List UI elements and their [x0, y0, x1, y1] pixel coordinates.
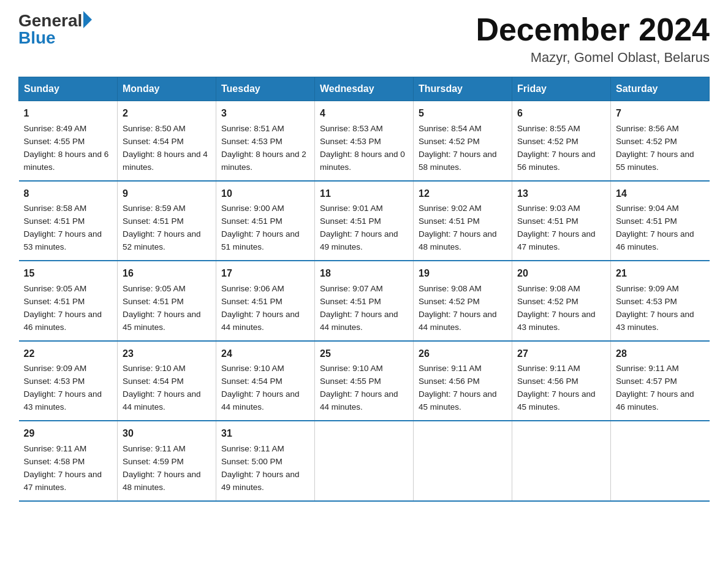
header: General Blue December 2024 Mazyr, Gomel … [18, 12, 710, 66]
header-row: SundayMondayTuesdayWednesdayThursdayFrid… [19, 77, 710, 101]
day-cell: 3Sunrise: 8:51 AMSunset: 4:53 PMDaylight… [216, 101, 315, 181]
day-cell: 1Sunrise: 8:49 AMSunset: 4:55 PMDaylight… [19, 101, 118, 181]
day-number: 25 [320, 347, 408, 362]
day-cell: 30Sunrise: 9:11 AMSunset: 4:59 PMDayligh… [118, 421, 216, 500]
day-cell: 8Sunrise: 8:58 AMSunset: 4:51 PMDaylight… [19, 181, 118, 261]
day-number: 6 [517, 106, 605, 121]
calendar-table: SundayMondayTuesdayWednesdayThursdayFrid… [18, 77, 710, 501]
day-cell: 12Sunrise: 9:02 AMSunset: 4:51 PMDayligh… [414, 181, 512, 261]
day-cell: 11Sunrise: 9:01 AMSunset: 4:51 PMDayligh… [315, 181, 414, 261]
week-row-2: 8Sunrise: 8:58 AMSunset: 4:51 PMDaylight… [19, 181, 710, 261]
day-number: 17 [221, 266, 309, 282]
week-row-3: 15Sunrise: 9:05 AMSunset: 4:51 PMDayligh… [19, 261, 710, 340]
header-cell-monday: Monday [118, 77, 216, 101]
day-cell [315, 421, 414, 500]
day-cell: 15Sunrise: 9:05 AMSunset: 4:51 PMDayligh… [19, 261, 118, 340]
day-cell: 26Sunrise: 9:11 AMSunset: 4:56 PMDayligh… [414, 341, 512, 421]
day-cell: 18Sunrise: 9:07 AMSunset: 4:51 PMDayligh… [315, 261, 414, 340]
day-cell: 7Sunrise: 8:56 AMSunset: 4:52 PMDaylight… [611, 101, 710, 181]
day-number: 29 [24, 426, 113, 442]
day-cell: 24Sunrise: 9:10 AMSunset: 4:54 PMDayligh… [216, 341, 315, 421]
day-number: 24 [221, 347, 309, 362]
day-number: 18 [320, 266, 408, 282]
day-number: 19 [419, 266, 507, 282]
day-number: 2 [123, 106, 211, 121]
day-cell: 6Sunrise: 8:55 AMSunset: 4:52 PMDaylight… [512, 101, 611, 181]
day-cell: 21Sunrise: 9:09 AMSunset: 4:53 PMDayligh… [611, 261, 710, 340]
day-cell: 13Sunrise: 9:03 AMSunset: 4:51 PMDayligh… [512, 181, 611, 261]
day-cell: 29Sunrise: 9:11 AMSunset: 4:58 PMDayligh… [19, 421, 118, 500]
day-number: 15 [24, 266, 113, 282]
day-number: 13 [517, 186, 605, 202]
day-cell: 28Sunrise: 9:11 AMSunset: 4:57 PMDayligh… [611, 341, 710, 421]
day-cell: 14Sunrise: 9:04 AMSunset: 4:51 PMDayligh… [611, 181, 710, 261]
day-number: 7 [616, 106, 705, 121]
logo-blue-text: Blue [18, 29, 92, 47]
day-cell: 20Sunrise: 9:08 AMSunset: 4:52 PMDayligh… [512, 261, 611, 340]
title-area: December 2024 Mazyr, Gomel Oblast, Belar… [476, 12, 710, 66]
day-number: 20 [517, 266, 605, 282]
day-cell: 16Sunrise: 9:05 AMSunset: 4:51 PMDayligh… [118, 261, 216, 340]
day-cell [414, 421, 512, 500]
day-number: 3 [221, 106, 309, 121]
day-number: 14 [616, 186, 705, 202]
day-number: 22 [24, 347, 113, 362]
day-number: 16 [123, 266, 211, 282]
day-number: 23 [123, 347, 211, 362]
day-number: 9 [123, 186, 211, 202]
day-cell [611, 421, 710, 500]
day-number: 27 [517, 347, 605, 362]
day-number: 4 [320, 106, 408, 121]
day-cell: 31Sunrise: 9:11 AMSunset: 5:00 PMDayligh… [216, 421, 315, 500]
day-cell: 2Sunrise: 8:50 AMSunset: 4:54 PMDaylight… [118, 101, 216, 181]
header-cell-wednesday: Wednesday [315, 77, 414, 101]
day-number: 21 [616, 266, 705, 282]
header-cell-friday: Friday [512, 77, 611, 101]
header-cell-thursday: Thursday [414, 77, 512, 101]
day-cell: 23Sunrise: 9:10 AMSunset: 4:54 PMDayligh… [118, 341, 216, 421]
logo: General Blue [18, 12, 92, 47]
day-cell: 4Sunrise: 8:53 AMSunset: 4:53 PMDaylight… [315, 101, 414, 181]
day-cell: 25Sunrise: 9:10 AMSunset: 4:55 PMDayligh… [315, 341, 414, 421]
day-cell: 22Sunrise: 9:09 AMSunset: 4:53 PMDayligh… [19, 341, 118, 421]
day-number: 28 [616, 347, 705, 362]
day-cell: 9Sunrise: 8:59 AMSunset: 4:51 PMDaylight… [118, 181, 216, 261]
day-number: 8 [24, 186, 113, 202]
location-title: Mazyr, Gomel Oblast, Belarus [476, 50, 710, 66]
week-row-4: 22Sunrise: 9:09 AMSunset: 4:53 PMDayligh… [19, 341, 710, 421]
day-number: 30 [123, 426, 211, 442]
header-cell-saturday: Saturday [611, 77, 710, 101]
day-cell: 19Sunrise: 9:08 AMSunset: 4:52 PMDayligh… [414, 261, 512, 340]
header-cell-sunday: Sunday [19, 77, 118, 101]
day-number: 11 [320, 186, 408, 202]
header-cell-tuesday: Tuesday [216, 77, 315, 101]
day-number: 31 [221, 426, 309, 442]
day-number: 1 [24, 106, 113, 121]
month-title: December 2024 [476, 12, 710, 47]
day-number: 5 [419, 106, 507, 121]
day-cell [512, 421, 611, 500]
day-cell: 27Sunrise: 9:11 AMSunset: 4:56 PMDayligh… [512, 341, 611, 421]
week-row-1: 1Sunrise: 8:49 AMSunset: 4:55 PMDaylight… [19, 101, 710, 181]
day-number: 12 [419, 186, 507, 202]
day-cell: 10Sunrise: 9:00 AMSunset: 4:51 PMDayligh… [216, 181, 315, 261]
day-number: 26 [419, 347, 507, 362]
logo-general-text: General [18, 12, 82, 29]
logo-arrow-icon [83, 11, 92, 28]
day-number: 10 [221, 186, 309, 202]
day-cell: 5Sunrise: 8:54 AMSunset: 4:52 PMDaylight… [414, 101, 512, 181]
week-row-5: 29Sunrise: 9:11 AMSunset: 4:58 PMDayligh… [19, 421, 710, 500]
day-cell: 17Sunrise: 9:06 AMSunset: 4:51 PMDayligh… [216, 261, 315, 340]
